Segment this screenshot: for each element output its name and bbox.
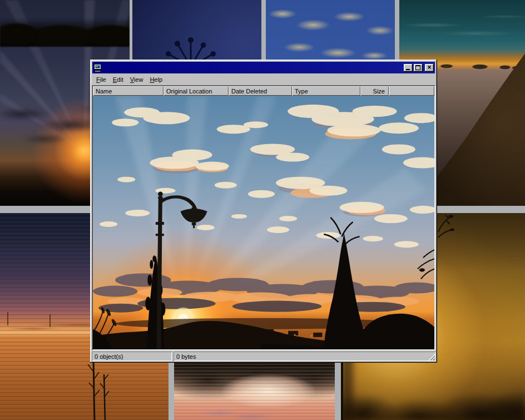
column-header-row: Name Original Location Date Deleted Type… xyxy=(93,86,434,96)
maximize-button[interactable] xyxy=(414,64,423,72)
recycle-bin-window: × File Edit View Help Name Original Loca… xyxy=(90,60,437,363)
column-header-name[interactable]: Name xyxy=(93,86,164,96)
menu-edit[interactable]: Edit xyxy=(110,75,127,84)
column-header-date-deleted[interactable]: Date Deleted xyxy=(229,86,292,96)
column-header-original-location[interactable]: Original Location xyxy=(164,86,229,96)
list-view-client: Name Original Location Date Deleted Type… xyxy=(92,85,435,350)
column-header-type[interactable]: Type xyxy=(292,86,360,96)
minimize-button[interactable] xyxy=(404,64,413,72)
status-bar: 0 object(s) 0 bytes xyxy=(92,352,435,361)
close-button[interactable]: × xyxy=(425,64,434,72)
window-titlebar[interactable]: × xyxy=(92,62,435,73)
menu-help[interactable]: Help xyxy=(146,75,166,84)
status-size: 0 bytes xyxy=(174,352,435,361)
column-header-size[interactable]: Size xyxy=(360,86,389,96)
list-view-area[interactable] xyxy=(93,96,434,349)
menu-bar: File Edit View Help xyxy=(92,74,435,85)
column-header-filler xyxy=(389,86,434,96)
status-objects: 0 object(s) xyxy=(92,352,172,361)
resize-grip[interactable] xyxy=(428,354,435,360)
sunset-lamp-photo xyxy=(93,96,434,349)
status-size-text: 0 bytes xyxy=(176,353,196,360)
menu-view[interactable]: View xyxy=(127,75,147,84)
maximize-icon xyxy=(415,65,420,70)
minimize-icon xyxy=(406,69,410,70)
desktop-background: × File Edit View Help Name Original Loca… xyxy=(0,0,525,420)
close-icon: × xyxy=(425,64,434,72)
menu-file[interactable]: File xyxy=(93,75,110,84)
status-objects-text: 0 object(s) xyxy=(95,353,123,360)
computer-icon[interactable] xyxy=(93,63,102,72)
tree-silhouettes-overlay xyxy=(0,0,130,47)
